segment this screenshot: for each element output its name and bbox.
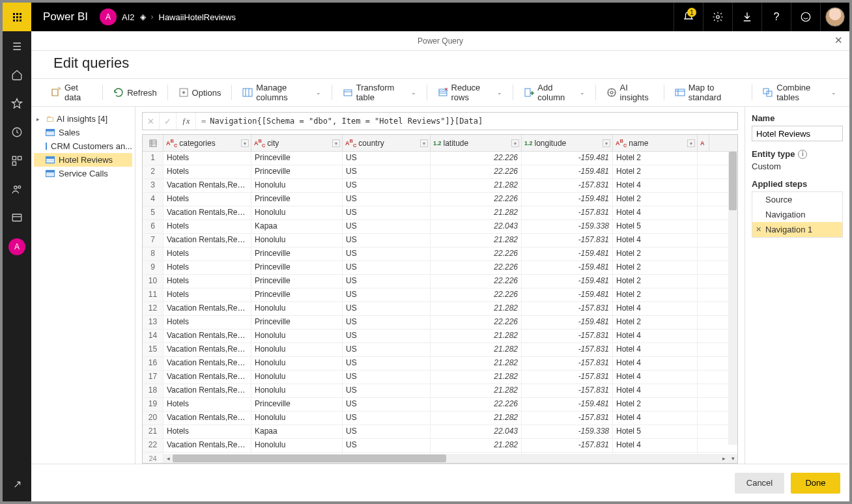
cell-latitude[interactable]: 21.282 xyxy=(431,371,522,384)
cell-categories[interactable]: Vacation Rentals,Resorts &... xyxy=(163,302,251,315)
table-row[interactable]: 1HotelsPrincevilleUS22.226-159.481Hotel … xyxy=(143,152,737,165)
cell-city[interactable]: Princeville xyxy=(251,152,343,165)
cell-name[interactable]: Hotel 4 xyxy=(613,179,698,192)
column-filter-button[interactable]: ▾ xyxy=(420,139,428,147)
cell-country[interactable]: US xyxy=(343,193,431,206)
cell-name[interactable]: Hotel 4 xyxy=(613,343,698,356)
column-header[interactable]: 1.2 longitude▾ xyxy=(522,135,613,151)
table-row[interactable]: 17Vacation Rentals,Resorts &...HonoluluU… xyxy=(143,371,737,384)
cell-longitude[interactable]: -159.338 xyxy=(522,220,613,233)
formula-input[interactable]: = Navigation{[Schema = "dbo", Item = "Ho… xyxy=(196,117,737,126)
cell-categories[interactable]: Vacation Rentals,Resorts &... xyxy=(163,343,251,356)
cell-latitude[interactable]: 21.282 xyxy=(431,384,522,397)
settings-button[interactable] xyxy=(703,3,732,31)
cell-name[interactable]: Hotel 4 xyxy=(613,384,698,397)
table-row[interactable]: 12Vacation Rentals,Resorts &...HonoluluU… xyxy=(143,302,737,316)
cell-latitude[interactable]: 22.226 xyxy=(431,261,522,274)
cell-latitude[interactable]: 21.282 xyxy=(431,234,522,247)
vertical-scrollbar[interactable] xyxy=(728,152,737,445)
table-row[interactable]: 20Vacation Rentals,Resorts &...HonoluluU… xyxy=(143,412,737,425)
cell-city[interactable]: Princeville xyxy=(251,398,343,411)
nav-shared-button[interactable] xyxy=(3,178,31,201)
cell-longitude[interactable]: -157.831 xyxy=(522,302,613,315)
cell-categories[interactable]: Vacation Rentals,Resorts &... xyxy=(163,206,251,219)
cell-categories[interactable]: Vacation Rentals,Resorts &... xyxy=(163,371,251,384)
cell-latitude[interactable]: 22.226 xyxy=(431,288,522,301)
cell-country[interactable]: US xyxy=(343,165,431,178)
close-button[interactable]: ✕ xyxy=(834,35,843,46)
cell-longitude[interactable]: -159.481 xyxy=(522,165,613,178)
column-header[interactable]: 1.2 latitude▾ xyxy=(431,135,522,151)
cell-name[interactable]: Hotel 2 xyxy=(613,165,698,178)
grid-body[interactable]: 1HotelsPrincevilleUS22.226-159.481Hotel … xyxy=(143,152,737,454)
query-item[interactable]: Service Calls xyxy=(34,167,132,180)
add-column-button[interactable]: Add column ⌄ xyxy=(518,80,589,105)
table-row[interactable]: 3Vacation Rentals,Resorts &...HonoluluUS… xyxy=(143,179,737,193)
cell-categories[interactable]: Hotels xyxy=(163,165,251,178)
cell-categories[interactable]: Hotels xyxy=(163,275,251,288)
cell-longitude[interactable]: -157.831 xyxy=(522,234,613,247)
cell-name[interactable]: Hotel 2 xyxy=(613,247,698,260)
cell-latitude[interactable]: 21.282 xyxy=(431,206,522,219)
formula-cancel-button[interactable]: ✕ xyxy=(143,113,160,130)
nav-favorites-button[interactable] xyxy=(3,92,31,115)
breadcrumb-workspace[interactable]: AI2 xyxy=(122,12,135,22)
table-row[interactable]: 6HotelsKapaaUS22.043-159.338Hotel 5 xyxy=(143,220,737,234)
nav-menu-button[interactable]: ☰ xyxy=(3,35,31,57)
cell-longitude[interactable]: -157.831 xyxy=(522,371,613,384)
cell-country[interactable]: US xyxy=(343,412,431,425)
cell-name[interactable]: Hotel 4 xyxy=(613,357,698,370)
scroll-right-button[interactable]: ▸ xyxy=(719,454,728,463)
cell-longitude[interactable]: -157.831 xyxy=(522,206,613,219)
cell-longitude[interactable]: -157.831 xyxy=(522,329,613,343)
table-row[interactable]: 10HotelsPrincevilleUS22.226-159.481Hotel… xyxy=(143,275,737,288)
cell-latitude[interactable]: 22.226 xyxy=(431,275,522,288)
table-row[interactable]: 4HotelsPrincevilleUS22.226-159.481Hotel … xyxy=(143,193,737,206)
cell-city[interactable]: Honolulu xyxy=(251,329,343,343)
cell-country[interactable]: US xyxy=(343,234,431,247)
cell-name[interactable]: Hotel 5 xyxy=(613,425,698,438)
table-row[interactable]: 8HotelsPrincevilleUS22.226-159.481Hotel … xyxy=(143,247,737,261)
cell-latitude[interactable]: 22.226 xyxy=(431,398,522,411)
queries-group[interactable]: ▸ 🗀 AI insights [4] xyxy=(34,112,132,126)
done-button[interactable]: Done xyxy=(791,473,840,494)
column-filter-button[interactable]: ▾ xyxy=(241,139,249,147)
query-item[interactable]: Sales xyxy=(34,126,132,139)
cell-categories[interactable]: Vacation Rentals,Resorts &... xyxy=(163,439,251,452)
info-icon[interactable]: i xyxy=(798,150,807,159)
cell-longitude[interactable]: -157.831 xyxy=(522,439,613,452)
ai-insights-button[interactable]: AI insights xyxy=(601,80,659,105)
cell-country[interactable]: US xyxy=(343,261,431,274)
cell-latitude[interactable]: 22.043 xyxy=(431,425,522,438)
column-extra[interactable]: A xyxy=(698,135,709,151)
cell-latitude[interactable]: 22.043 xyxy=(431,220,522,233)
cell-longitude[interactable]: -157.831 xyxy=(522,412,613,425)
cancel-button[interactable]: Cancel xyxy=(735,473,784,494)
cell-categories[interactable]: Hotels xyxy=(163,193,251,206)
column-header[interactable]: ABC categories▾ xyxy=(163,135,251,151)
transform-table-button[interactable]: Transform table ⌄ xyxy=(337,80,421,105)
cell-longitude[interactable]: -159.481 xyxy=(522,275,613,288)
profile-button[interactable] xyxy=(820,3,849,31)
cell-country[interactable]: US xyxy=(343,329,431,343)
cell-country[interactable]: US xyxy=(343,275,431,288)
scroll-down-button[interactable]: ▾ xyxy=(728,454,737,463)
cell-country[interactable]: US xyxy=(343,343,431,356)
table-row[interactable]: 5Vacation Rentals,Resorts &...HonoluluUS… xyxy=(143,206,737,220)
table-row[interactable]: 9HotelsPrincevilleUS22.226-159.481Hotel … xyxy=(143,261,737,275)
cell-country[interactable]: US xyxy=(343,357,431,370)
scroll-left-button[interactable]: ◂ xyxy=(163,454,173,463)
cell-latitude[interactable]: 22.226 xyxy=(431,165,522,178)
applied-step[interactable]: Source xyxy=(752,192,842,207)
nav-workspaces-button[interactable] xyxy=(3,207,31,229)
cell-latitude[interactable]: 21.282 xyxy=(431,329,522,343)
cell-longitude[interactable]: -159.481 xyxy=(522,288,613,301)
cell-name[interactable]: Hotel 5 xyxy=(613,220,698,233)
refresh-button[interactable]: Refresh xyxy=(108,85,162,100)
cell-longitude[interactable]: -159.338 xyxy=(522,425,613,438)
cell-name[interactable]: Hotel 4 xyxy=(613,302,698,315)
cell-categories[interactable]: Hotels xyxy=(163,152,251,165)
cell-country[interactable]: US xyxy=(343,316,431,329)
column-header[interactable]: ABC country▾ xyxy=(343,135,431,151)
cell-country[interactable]: US xyxy=(343,439,431,452)
